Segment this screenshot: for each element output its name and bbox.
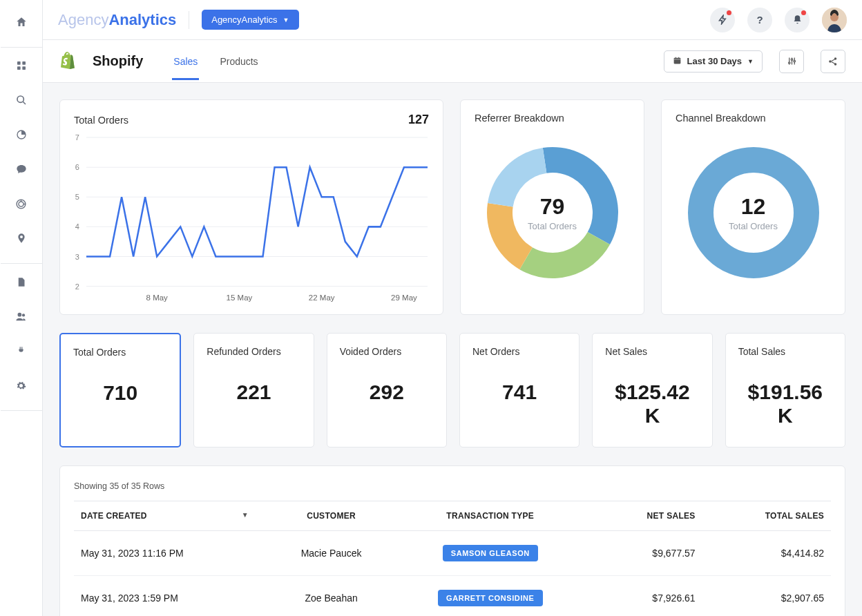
orders-table: DATE CREATED▼ CUSTOMER TRANSACTION TYPE … [74, 501, 831, 616]
kpi-value: 221 [207, 381, 300, 404]
cell-type: GARRETT CONSIDINE [407, 576, 573, 617]
table-row[interactable]: May 31, 2023 1:59 PM Zoe Beahan GARRETT … [74, 576, 831, 617]
user-avatar[interactable] [822, 8, 847, 32]
page-title: Shopify [93, 53, 143, 69]
col-date[interactable]: DATE CREATED▼ [74, 501, 256, 531]
kpi-value: 292 [340, 381, 434, 404]
kpi-value: $191.56 K [738, 381, 832, 427]
svg-rect-11 [673, 57, 680, 64]
kpi-card[interactable]: Net Sales$125.42 K [592, 333, 712, 447]
pin-icon[interactable] [8, 224, 35, 252]
search-icon[interactable] [8, 86, 35, 114]
svg-text:2: 2 [75, 282, 79, 291]
kpi-title: Net Sales [605, 346, 699, 357]
kpi-title: Net Orders [472, 346, 566, 357]
content-area: Total Orders 127 2345678 May15 May22 May… [43, 83, 862, 616]
kpi-title: Total Orders [73, 347, 167, 358]
settings-sliders-icon[interactable] [779, 50, 804, 73]
transaction-badge[interactable]: SAMSON GLEASON [443, 545, 538, 561]
channel-breakdown-card: Channel Breakdown 12 Total Orders [661, 99, 845, 315]
top-header: AgencyAnalytics AgencyAnalytics ▼ ? [43, 0, 862, 40]
kpi-row: Total Orders710Refunded Orders221Voided … [59, 333, 845, 447]
kpi-card[interactable]: Refunded Orders221 [193, 333, 314, 447]
tab-products[interactable]: Products [218, 42, 259, 80]
svg-text:4: 4 [75, 222, 79, 231]
pie-chart-icon[interactable] [8, 121, 35, 148]
cell-net: $9,677.57 [573, 531, 702, 576]
cell-total: $2,907.65 [702, 576, 831, 617]
tabs: Sales Products [172, 42, 259, 80]
svg-rect-0 [17, 61, 21, 65]
card-title: Channel Breakdown [676, 113, 831, 124]
home-icon[interactable] [8, 8, 35, 36]
donut-center-value: 79 [528, 194, 577, 220]
svg-point-7 [18, 312, 22, 316]
tab-sales[interactable]: Sales [172, 42, 199, 80]
col-net[interactable]: NET SALES [573, 501, 702, 531]
svg-rect-1 [22, 61, 26, 65]
date-range-button[interactable]: Last 30 Days ▼ [664, 50, 763, 73]
svg-point-6 [19, 201, 23, 206]
table-rows-info: Showing 35 of 35 Rows [74, 479, 831, 501]
kpi-title: Voided Orders [340, 346, 434, 357]
kpi-title: Total Sales [738, 346, 832, 357]
dashboard-icon[interactable] [8, 52, 35, 79]
transaction-badge[interactable]: GARRETT CONSIDINE [438, 590, 543, 606]
svg-text:5: 5 [75, 193, 79, 201]
kpi-title: Refunded Orders [207, 346, 300, 357]
cell-customer: Zoe Beahan [256, 576, 407, 617]
donut-center-value: 12 [729, 194, 778, 220]
svg-point-8 [22, 314, 25, 316]
kpi-value: 710 [73, 381, 167, 405]
svg-text:22 May: 22 May [309, 293, 335, 302]
card-title: Total Orders [74, 115, 128, 126]
svg-point-14 [794, 60, 796, 62]
col-customer[interactable]: CUSTOMER [256, 501, 407, 531]
workspace-dropdown[interactable]: AgencyAnalytics ▼ [202, 10, 298, 30]
col-total[interactable]: TOTAL SALES [702, 501, 831, 531]
donut-center-label: Total Orders [729, 221, 778, 231]
share-icon[interactable] [821, 50, 845, 73]
kpi-card[interactable]: Net Orders741 [459, 333, 580, 447]
brand-logo[interactable]: AgencyAnalytics [58, 11, 176, 29]
target-icon[interactable] [8, 190, 35, 218]
svg-point-4 [17, 96, 23, 102]
orders-table-card: Showing 35 of 35 Rows DATE CREATED▼ CUST… [59, 465, 845, 616]
plug-icon[interactable] [8, 337, 35, 365]
shopify-icon [59, 52, 76, 70]
chat-icon[interactable] [8, 155, 35, 183]
cell-total: $4,414.82 [702, 531, 831, 576]
cell-type: SAMSON GLEASON [407, 531, 573, 576]
report-icon[interactable] [8, 268, 35, 296]
kpi-value: 741 [472, 381, 566, 404]
gear-icon[interactable] [8, 372, 35, 399]
svg-text:8 May: 8 May [146, 293, 168, 302]
kpi-card[interactable]: Total Sales$191.56 K [725, 333, 845, 447]
bell-icon[interactable] [785, 8, 810, 32]
cell-customer: Macie Paucek [256, 531, 407, 576]
nav-sidebar [0, 0, 43, 616]
referrer-breakdown-card: Referrer Breakdown 79 Total Orders [460, 99, 644, 315]
chevron-down-icon: ▼ [283, 17, 289, 23]
card-title: Referrer Breakdown [475, 113, 630, 124]
card-value: 127 [408, 113, 429, 127]
svg-text:6: 6 [75, 163, 79, 171]
cell-net: $7,926.61 [573, 576, 702, 617]
kpi-card[interactable]: Voided Orders292 [327, 333, 447, 447]
calendar-icon [673, 56, 682, 67]
col-type[interactable]: TRANSACTION TYPE [407, 501, 573, 531]
cell-date: May 31, 2023 1:59 PM [74, 576, 256, 617]
svg-rect-2 [17, 66, 21, 70]
table-row[interactable]: May 31, 2023 11:16 PM Macie Paucek SAMSO… [74, 531, 831, 576]
svg-text:29 May: 29 May [391, 293, 417, 302]
users-icon[interactable] [8, 302, 35, 330]
help-icon[interactable]: ? [747, 8, 772, 32]
kpi-card[interactable]: Total Orders710 [59, 333, 181, 447]
chevron-down-icon: ▼ [747, 58, 754, 65]
kpi-value: $125.42 K [605, 381, 699, 427]
divider [189, 11, 189, 29]
cell-date: May 31, 2023 11:16 PM [74, 531, 256, 576]
sort-desc-icon: ▼ [242, 511, 249, 519]
activity-icon[interactable] [710, 8, 735, 32]
svg-rect-3 [22, 66, 26, 70]
